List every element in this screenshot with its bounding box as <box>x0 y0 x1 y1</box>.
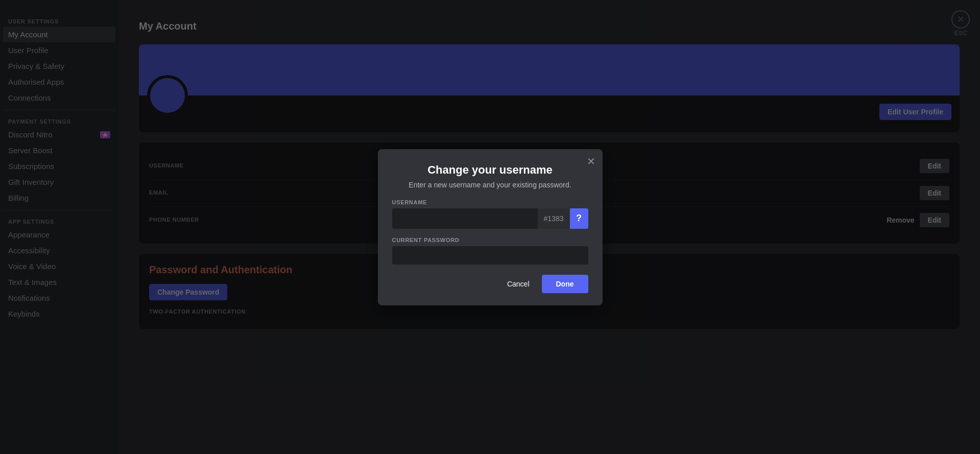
modal-password-label: CURRENT PASSWORD <box>392 237 588 243</box>
help-button[interactable]: ? <box>570 208 588 229</box>
username-input[interactable] <box>392 208 538 229</box>
modal-title: Change your username <box>392 163 588 177</box>
modal-subtitle: Enter a new username and your existing p… <box>392 181 588 189</box>
modal-overlay[interactable]: ✕ Change your username Enter a new usern… <box>0 0 980 454</box>
modal-username-label: USERNAME <box>392 199 588 205</box>
modal-actions: Cancel Done <box>392 275 588 293</box>
modal-close-button[interactable]: ✕ <box>587 156 595 166</box>
done-button[interactable]: Done <box>542 275 588 293</box>
change-username-modal: ✕ Change your username Enter a new usern… <box>378 149 603 305</box>
modal-username-row: #1383 ? <box>392 208 588 229</box>
discriminator-box: #1383 <box>538 208 570 229</box>
cancel-button[interactable]: Cancel <box>501 276 536 292</box>
discriminator-value: #1383 <box>544 214 564 223</box>
current-password-input[interactable] <box>392 246 588 265</box>
